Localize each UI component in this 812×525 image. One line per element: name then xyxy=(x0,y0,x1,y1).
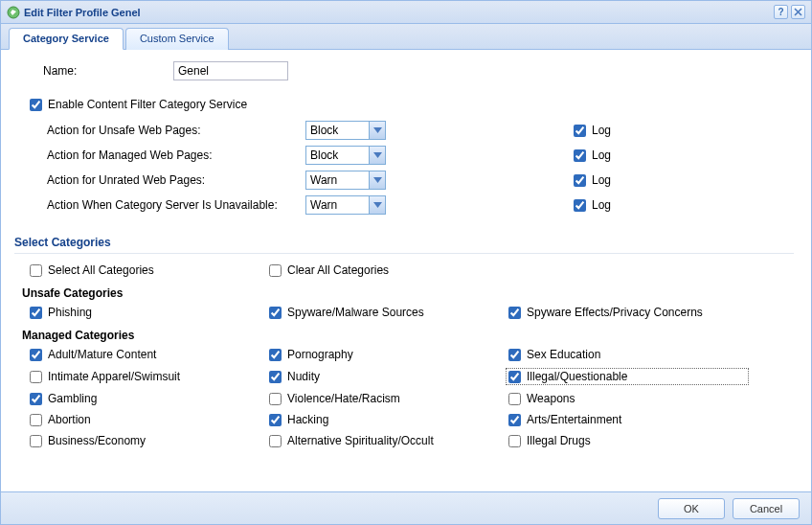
action-combo-input[interactable] xyxy=(306,147,369,164)
managed-category-label: Intimate Apparel/Swimsuit xyxy=(48,370,180,383)
managed-category-item[interactable]: Illegal/Questionable xyxy=(507,369,748,384)
tab-label: Custom Service xyxy=(140,33,214,44)
enable-filter-checkbox[interactable] xyxy=(30,99,42,111)
help-button[interactable]: ? xyxy=(774,5,788,19)
managed-category-label: Alternative Spirituality/Occult xyxy=(287,434,434,447)
action-combo-input[interactable] xyxy=(306,122,369,139)
managed-category-item[interactable]: Arts/Entertainment xyxy=(508,413,748,426)
unsafe-category-item[interactable]: Spyware/Malware Sources xyxy=(269,306,508,319)
cancel-button[interactable]: Cancel xyxy=(733,498,800,519)
chevron-down-icon[interactable] xyxy=(369,122,385,139)
managed-category-item[interactable]: Sex Education xyxy=(508,348,748,361)
managed-category-checkbox[interactable] xyxy=(30,393,42,405)
managed-category-item[interactable]: Abortion xyxy=(30,413,269,426)
managed-category-checkbox[interactable] xyxy=(269,414,282,426)
enable-row: Enable Content Filter Category Service xyxy=(30,98,794,111)
managed-category-label: Pornography xyxy=(287,348,353,361)
name-row: Name: xyxy=(30,61,794,80)
titlebar: Edit Filter Profile Genel ? xyxy=(1,1,811,24)
tab-category-service[interactable]: Category Service xyxy=(9,28,124,50)
name-label: Name: xyxy=(30,64,173,78)
unsafe-category-label: Spyware Effects/Privacy Concerns xyxy=(527,306,703,319)
log-label: Log xyxy=(592,124,611,137)
action-row: Action When Category Server Is Unavailab… xyxy=(47,195,794,215)
managed-category-checkbox[interactable] xyxy=(269,371,282,383)
managed-category-label: Abortion xyxy=(48,413,91,426)
chevron-down-icon[interactable] xyxy=(369,171,385,189)
managed-category-checkbox[interactable] xyxy=(508,349,521,361)
action-combo[interactable] xyxy=(305,195,386,215)
action-combo-input[interactable] xyxy=(306,196,369,214)
content-scroller[interactable]: Name: Enable Content Filter Category Ser… xyxy=(1,50,811,491)
action-label: Action When Category Server Is Unavailab… xyxy=(47,198,305,212)
managed-category-label: Nudity xyxy=(287,370,320,383)
window-edit-icon xyxy=(7,6,20,19)
select-all-label: Select All Categories xyxy=(48,263,154,277)
unsafe-category-label: Phishing xyxy=(48,306,92,319)
managed-category-item[interactable]: Gambling xyxy=(30,392,269,405)
chevron-down-icon[interactable] xyxy=(369,147,385,164)
managed-category-checkbox[interactable] xyxy=(30,414,42,426)
managed-category-label: Illegal/Questionable xyxy=(527,370,627,383)
managed-category-checkbox[interactable] xyxy=(508,371,521,383)
managed-category-checkbox[interactable] xyxy=(269,435,282,447)
ok-button[interactable]: OK xyxy=(658,498,725,519)
managed-category-checkbox[interactable] xyxy=(269,349,282,361)
action-combo-input[interactable] xyxy=(306,171,369,189)
managed-category-item[interactable]: Weapons xyxy=(508,392,748,405)
unsafe-category-checkbox[interactable] xyxy=(269,307,282,319)
managed-category-label: Weapons xyxy=(527,392,575,405)
section-divider xyxy=(14,253,794,254)
unsafe-categories-title: Unsafe Categories xyxy=(22,286,794,300)
action-row: Action for Unsafe Web Pages:Log xyxy=(47,121,794,140)
log-checkbox[interactable] xyxy=(574,149,586,162)
log-label: Log xyxy=(592,173,611,187)
edit-filter-profile-window: Edit Filter Profile Genel ? Category Ser… xyxy=(0,0,812,525)
select-categories-title: Select Categories xyxy=(14,236,794,249)
close-button[interactable] xyxy=(791,5,805,19)
ok-button-label: OK xyxy=(684,503,699,514)
select-all-checkbox[interactable] xyxy=(30,264,42,277)
managed-category-item[interactable]: Pornography xyxy=(269,348,508,361)
log-checkbox[interactable] xyxy=(574,199,586,212)
action-combo[interactable] xyxy=(305,146,386,165)
unsafe-category-item[interactable]: Spyware Effects/Privacy Concerns xyxy=(508,306,748,319)
managed-category-checkbox[interactable] xyxy=(269,393,282,405)
managed-category-item[interactable]: Alternative Spirituality/Occult xyxy=(269,434,508,447)
managed-category-checkbox[interactable] xyxy=(508,414,521,426)
log-checkbox[interactable] xyxy=(574,174,586,187)
log-label: Log xyxy=(592,198,611,212)
managed-category-label: Adult/Mature Content xyxy=(48,348,156,361)
managed-category-item[interactable]: Business/Economy xyxy=(30,434,269,447)
log-checkbox[interactable] xyxy=(574,125,586,137)
managed-category-checkbox[interactable] xyxy=(30,349,42,361)
managed-category-label: Business/Economy xyxy=(48,434,146,447)
managed-category-item[interactable]: Hacking xyxy=(269,413,508,426)
unsafe-category-item[interactable]: Phishing xyxy=(30,306,269,319)
managed-category-checkbox[interactable] xyxy=(30,371,42,383)
action-label: Action for Unsafe Web Pages: xyxy=(47,124,305,137)
tab-label: Category Service xyxy=(23,33,109,44)
tab-custom-service[interactable]: Custom Service xyxy=(125,28,229,50)
enable-filter-label: Enable Content Filter Category Service xyxy=(48,98,247,111)
unsafe-category-checkbox[interactable] xyxy=(508,307,521,319)
managed-category-label: Violence/Hate/Racism xyxy=(287,392,400,405)
managed-category-item[interactable]: Intimate Apparel/Swimsuit xyxy=(30,369,269,384)
unsafe-category-label: Spyware/Malware Sources xyxy=(287,306,424,319)
window-title: Edit Filter Profile Genel xyxy=(24,7,141,18)
chevron-down-icon[interactable] xyxy=(369,196,385,214)
clear-all-checkbox[interactable] xyxy=(269,264,282,277)
managed-category-item[interactable]: Violence/Hate/Racism xyxy=(269,392,508,405)
name-input[interactable] xyxy=(173,61,288,80)
managed-category-item[interactable]: Adult/Mature Content xyxy=(30,348,269,361)
managed-category-label: Hacking xyxy=(287,413,328,426)
managed-category-checkbox[interactable] xyxy=(30,435,42,447)
action-label: Action for Unrated Web Pages: xyxy=(47,173,305,187)
managed-category-checkbox[interactable] xyxy=(508,393,521,405)
managed-category-item[interactable]: Illegal Drugs xyxy=(508,434,748,447)
unsafe-category-checkbox[interactable] xyxy=(30,307,42,319)
managed-category-item[interactable]: Nudity xyxy=(269,369,508,384)
action-combo[interactable] xyxy=(305,121,386,140)
action-combo[interactable] xyxy=(305,171,386,190)
managed-category-checkbox[interactable] xyxy=(508,435,521,447)
